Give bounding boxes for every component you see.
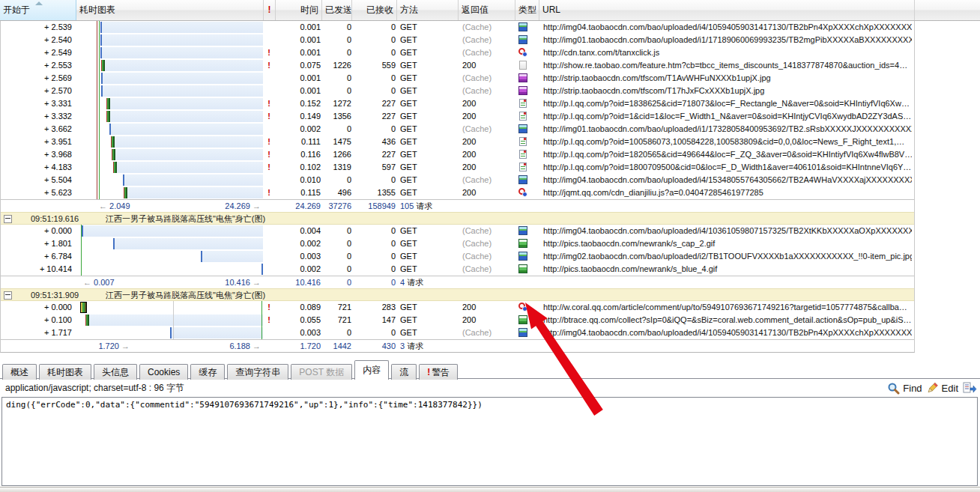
request-row[interactable]: + 2.5400.00100GET(Cache)http://img01.tao… xyxy=(1,34,914,46)
script-js-icon xyxy=(518,48,527,57)
request-row[interactable]: + 3.332!0.1491356227GET200http://p.l.qq.… xyxy=(1,110,914,123)
column-header-status[interactable]: 返回值 xyxy=(459,0,515,20)
find-button[interactable]: Find xyxy=(887,382,922,395)
column-header-type[interactable]: 类型 xyxy=(515,0,539,20)
url-cell: http://img01.taobaocdn.com/bao/uploaded/… xyxy=(543,123,912,136)
sent-cell: 0 xyxy=(310,72,351,85)
edit-button[interactable]: Edit xyxy=(926,382,958,395)
sent-cell: 1266 xyxy=(310,148,351,161)
timeline-waterfall-slab xyxy=(85,315,263,326)
timeline-waterfall-slab xyxy=(82,225,263,237)
request-row[interactable]: + 5.5040.01000GET(Cache)http://img04.tao… xyxy=(1,174,914,186)
status-cell: (Cache) xyxy=(462,46,515,59)
timeline-range-start-label: ← 2.049 xyxy=(99,200,151,213)
timeline-marker-line xyxy=(173,301,174,339)
sent-cell: 0 xyxy=(310,327,351,339)
timeline-request-tick xyxy=(112,149,115,160)
request-row[interactable]: + 10.4140.00200GET(Cache)http://pics.tao… xyxy=(1,263,914,276)
tab-label: POST 数据 xyxy=(299,367,344,377)
request-row[interactable]: + 2.5690.00100GET(Cache)http://strip.tao… xyxy=(1,72,914,85)
group-header-row[interactable]: 09:51:31.909江西一男子被马路脱落高压线"电焦"身亡(图) xyxy=(1,288,914,301)
page-text-icon xyxy=(519,99,527,108)
sent-cell: 0 xyxy=(310,46,351,59)
request-row[interactable]: + 3.968!0.1161266227GET200http://p.l.qq.… xyxy=(1,148,914,161)
method-cell: GET xyxy=(400,225,453,237)
column-header-chart[interactable]: 耗时图表 xyxy=(76,0,264,20)
status-cell: 200 xyxy=(462,59,515,72)
tab-缓存[interactable]: 缓存 xyxy=(190,364,225,380)
content-type-label: application/javascript; charset=utf-8 : … xyxy=(5,380,184,396)
collapse-toggle-icon[interactable] xyxy=(4,215,12,223)
request-row[interactable]: + 1.7170.00300GET(Cache)http://img04.tao… xyxy=(1,327,914,339)
request-start-offset: + 3.331 xyxy=(1,97,72,110)
column-header-url[interactable]: URL xyxy=(539,0,915,20)
request-start-offset: + 2.570 xyxy=(1,85,72,97)
summary-count-number: 3 xyxy=(400,341,405,350)
status-cell: (Cache) xyxy=(462,85,515,97)
sent-cell: 1272 xyxy=(310,97,351,110)
timeline-range-end-label: 24.269 → xyxy=(181,200,261,213)
request-row[interactable]: + 2.553!0.0751226559GET200http://show.re… xyxy=(1,59,914,72)
warning-indicator: ! xyxy=(264,186,273,199)
timeline-request-tick xyxy=(101,85,103,97)
status-cell: (Cache) xyxy=(462,174,515,186)
request-row[interactable]: + 2.549!0.00100GET(Cache)http://cdn.tanx… xyxy=(1,46,914,59)
sent-cell: 0 xyxy=(310,85,351,97)
timeline-waterfall-slab xyxy=(100,47,263,58)
tab-查询字符串[interactable]: 查询字符串 xyxy=(227,364,288,380)
column-header-method[interactable]: 方法 xyxy=(397,0,459,20)
warning-indicator: ! xyxy=(264,46,273,59)
timeline-waterfall-slab xyxy=(170,327,263,338)
request-row[interactable]: + 3.951!0.1111475436GET200http://p.l.qq.… xyxy=(1,136,914,148)
tab-POST 数据[interactable]: POST 数据 xyxy=(291,364,352,380)
url-cell: http://btrace.qq.com/collect?sIp=0&iQQ=&… xyxy=(543,314,912,327)
column-header-time[interactable]: 时间 xyxy=(276,0,322,20)
request-row[interactable]: + 0.0000.00400GET(Cache)http://img04.tao… xyxy=(1,225,914,237)
group-summary-row: ← 0.00710.416 →10.416004请求 xyxy=(1,276,914,288)
tab-头信息[interactable]: 头信息 xyxy=(94,364,137,380)
received-cell: 0 xyxy=(353,237,396,250)
request-row[interactable]: + 3.331!0.1521272227GET200http://p.l.qq.… xyxy=(1,97,914,110)
tab-概述[interactable]: 概述 xyxy=(2,364,37,380)
collapse-toggle-icon[interactable] xyxy=(4,291,12,300)
response-content-view[interactable]: ding({"errCode":0,"data":{"commentid":"5… xyxy=(1,397,978,486)
request-row[interactable]: + 2.5700.00100GET(Cache)http://strip.tao… xyxy=(1,85,914,97)
request-start-offset: + 2.539 xyxy=(1,21,72,34)
url-cell: http://img02.taobaocdn.com/bao/uploaded/… xyxy=(543,250,912,263)
request-row[interactable]: + 5.623!0.1154961355GET200http://jqmt.qq… xyxy=(1,186,914,199)
request-row[interactable]: + 2.5390.00100GET(Cache)http://img04.tao… xyxy=(1,21,914,34)
tab-警告[interactable]: !警告 xyxy=(419,364,458,380)
column-header-sent[interactable]: 已发送 xyxy=(322,0,352,20)
received-cell: 597 xyxy=(353,161,396,174)
received-cell: 227 xyxy=(353,97,396,110)
request-row[interactable]: + 4.183!0.1021319597GET200http://p.l.qq.… xyxy=(1,161,914,174)
group-rows: + 2.5390.00100GET(Cache)http://img04.tao… xyxy=(1,21,914,199)
received-cell: 0 xyxy=(353,263,396,276)
sent-cell: 1319 xyxy=(310,161,351,174)
tab-流[interactable]: 流 xyxy=(391,364,417,380)
sent-cell: 0 xyxy=(310,21,351,34)
column-header-warning[interactable]: ! xyxy=(264,0,276,20)
request-row[interactable]: + 3.6620.00200GET(Cache)http://img01.tao… xyxy=(1,123,914,136)
type-cell xyxy=(517,72,532,85)
request-row[interactable]: + 0.000!0.089721283GET200http://w.coral.… xyxy=(1,301,914,314)
group-header-row[interactable]: 09:51:19.616江西一男子被马路脱落高压线"电焦"身亡(图) xyxy=(1,212,914,225)
timeline-request-tick xyxy=(100,34,102,46)
image-blue-icon xyxy=(518,35,527,44)
request-row[interactable]: + 6.7840.00300GET(Cache)http://img02.tao… xyxy=(1,250,914,263)
export-button[interactable] xyxy=(962,382,977,395)
request-row[interactable]: + 0.100!0.055721147GET200http://btrace.q… xyxy=(1,314,914,327)
received-cell: 227 xyxy=(353,148,396,161)
timeline-waterfall-slab xyxy=(111,136,263,148)
tab-内容[interactable]: 内容 xyxy=(354,360,389,380)
type-cell xyxy=(517,327,532,339)
type-cell xyxy=(517,237,532,250)
sent-cell: 1356 xyxy=(310,110,351,123)
tab-Cookies[interactable]: Cookies xyxy=(139,364,188,380)
column-header-started[interactable]: 开始于 xyxy=(0,0,76,20)
request-row[interactable]: + 1.8010.00200GET(Cache)http://pics.taob… xyxy=(1,237,914,250)
request-start-offset: + 10.414 xyxy=(1,263,72,276)
column-header-received[interactable]: 已接收 xyxy=(352,0,397,20)
tab-耗时图表[interactable]: 耗时图表 xyxy=(39,364,91,380)
sent-cell: 0 xyxy=(310,123,351,136)
